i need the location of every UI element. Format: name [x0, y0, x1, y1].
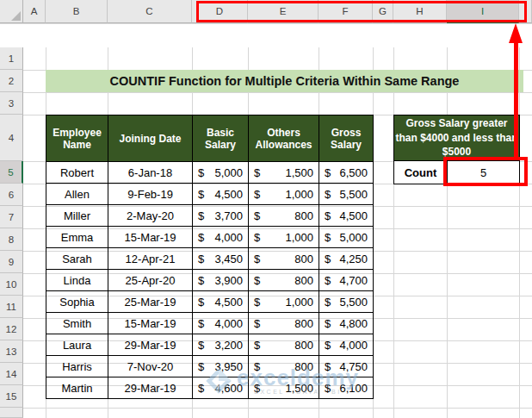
joining-date-cell[interactable]: 2-May-20: [108, 205, 193, 227]
row-header-4[interactable]: 4: [0, 115, 23, 161]
gross-salary-cell[interactable]: $4,250: [319, 248, 374, 270]
others-allowances-cell[interactable]: $800: [249, 313, 319, 334]
col-header-C[interactable]: C: [108, 0, 192, 23]
others-allowances-cell[interactable]: $1,500: [249, 162, 319, 184]
row-header-filler[interactable]: [0, 408, 23, 418]
joining-date-cell[interactable]: 25-Mar-19: [108, 291, 193, 313]
money-wrap: $4,000: [193, 313, 248, 334]
gross-salary-cell[interactable]: $6,100: [319, 377, 374, 399]
table-header-employee-name[interactable]: Employee Name: [46, 115, 108, 162]
basic-salary-cell[interactable]: $3,450: [193, 248, 249, 270]
employee-name-cell[interactable]: Sarah: [46, 248, 108, 270]
employee-name-cell[interactable]: Emma: [46, 227, 108, 248]
others-allowances-cell[interactable]: $1,000: [249, 184, 319, 205]
col-header-H[interactable]: H: [393, 0, 447, 23]
employee-name-cell[interactable]: Martin: [46, 377, 108, 399]
gross-salary-cell[interactable]: $5,500: [319, 184, 374, 205]
count-value-cell[interactable]: 5: [447, 160, 520, 184]
joining-date-cell[interactable]: 15-Mar-19: [108, 313, 193, 334]
basic-salary-cell[interactable]: $4,000: [193, 313, 249, 334]
basic-salary-cell[interactable]: $3,900: [193, 270, 249, 291]
row-header-10[interactable]: 10: [0, 273, 23, 296]
employee-name-cell[interactable]: Allen: [46, 184, 108, 205]
row-header-11[interactable]: 11: [0, 296, 23, 318]
employee-name-cell[interactable]: Smith: [46, 313, 108, 334]
joining-date-cell[interactable]: 15-Mar-19: [108, 227, 193, 248]
row-header-7[interactable]: 7: [0, 206, 23, 228]
gross-salary-cell[interactable]: $6,500: [319, 162, 374, 184]
basic-salary-cell[interactable]: $4,500: [193, 291, 249, 313]
basic-salary-cell[interactable]: $4,500: [193, 184, 249, 205]
col-header-D[interactable]: D: [192, 0, 248, 23]
joining-date-cell[interactable]: 29-Mar-19: [108, 334, 193, 356]
row-header-14[interactable]: 14: [0, 363, 23, 385]
row-header-2[interactable]: 2: [0, 70, 23, 92]
row-header-5[interactable]: 5: [0, 161, 23, 184]
gross-salary-cell[interactable]: $4,700: [319, 270, 374, 291]
currency-symbol: $: [198, 166, 204, 179]
row-header-8[interactable]: 8: [0, 228, 23, 251]
gross-salary-cell[interactable]: $4,800: [319, 313, 374, 334]
criteria-label-cell[interactable]: Gross Salary greater than $4000 and less…: [393, 115, 520, 161]
gross-salary-cell[interactable]: $4,000: [319, 334, 374, 356]
row-header-12[interactable]: 12: [0, 318, 23, 340]
row-header-6[interactable]: 6: [0, 184, 23, 206]
joining-date-cell[interactable]: 25-Apr-20: [108, 270, 193, 291]
col-header-F[interactable]: F: [319, 0, 373, 23]
gross-salary-cell[interactable]: $4,500: [319, 205, 374, 227]
row-header-15[interactable]: 15: [0, 385, 23, 408]
col-header-B[interactable]: B: [46, 0, 108, 23]
table-header-basic-salary[interactable]: Basic Salary: [193, 115, 249, 162]
others-allowances-cell[interactable]: $800: [249, 334, 319, 356]
employee-name-cell[interactable]: Harris: [46, 356, 108, 377]
money-wrap: $800: [249, 313, 319, 334]
employee-name-cell[interactable]: Laura: [46, 334, 108, 356]
table-header-others-allowances[interactable]: Others Allowances: [249, 115, 319, 162]
currency-symbol: $: [198, 317, 204, 330]
col-header-E[interactable]: E: [248, 0, 319, 23]
select-all-corner[interactable]: [0, 0, 23, 23]
amount-value: 5,000: [339, 231, 368, 244]
count-label-cell[interactable]: Count: [393, 160, 448, 184]
basic-salary-cell[interactable]: $5,000: [193, 162, 249, 184]
others-allowances-cell[interactable]: $800: [249, 205, 319, 227]
others-allowances-cell[interactable]: $800: [249, 356, 319, 377]
basic-salary-cell[interactable]: $3,950: [193, 356, 249, 377]
basic-salary-cell[interactable]: $4,000: [193, 227, 249, 248]
joining-date-cell[interactable]: 7-Nov-20: [108, 356, 193, 377]
employee-name-cell[interactable]: Linda: [46, 270, 108, 291]
currency-symbol: $: [254, 209, 260, 222]
others-allowances-cell[interactable]: $1,000: [249, 227, 319, 248]
others-allowances-cell[interactable]: $800: [249, 248, 319, 270]
employee-name-cell[interactable]: Miller: [46, 205, 108, 227]
gross-salary-cell[interactable]: $4,750: [319, 356, 374, 377]
row-header-3[interactable]: 3: [0, 92, 23, 115]
gross-salary-cell[interactable]: $5,500: [319, 291, 374, 313]
currency-symbol: $: [325, 317, 331, 330]
basic-salary-cell[interactable]: $4,600: [193, 377, 249, 399]
row-header-13[interactable]: 13: [0, 340, 23, 363]
col-header-filler[interactable]: [519, 0, 532, 23]
gross-salary-cell[interactable]: $5,000: [319, 227, 374, 248]
joining-date-cell[interactable]: 29-Mar-19: [108, 377, 193, 399]
basic-salary-cell[interactable]: $3,200: [193, 334, 249, 356]
others-allowances-cell[interactable]: $1,000: [249, 291, 319, 313]
table-header-joining-date[interactable]: Joining Date: [108, 115, 193, 162]
col-header-I[interactable]: I: [447, 0, 519, 23]
joining-date-cell[interactable]: 6-Jan-18: [108, 162, 193, 184]
amount-value: 4,700: [339, 274, 368, 287]
amount-value: 3,200: [214, 339, 243, 352]
col-header-A[interactable]: A: [23, 0, 46, 23]
amount-value: 800: [294, 360, 313, 373]
basic-salary-cell[interactable]: $3,700: [193, 205, 249, 227]
row-header-1[interactable]: 1: [0, 47, 23, 70]
row-header-9[interactable]: 9: [0, 251, 23, 273]
others-allowances-cell[interactable]: $1,500: [249, 377, 319, 399]
col-header-G[interactable]: G: [373, 0, 393, 23]
others-allowances-cell[interactable]: $800: [249, 270, 319, 291]
employee-name-cell[interactable]: Sophia: [46, 291, 108, 313]
table-header-gross-salary[interactable]: Gross Salary: [319, 115, 374, 162]
employee-name-cell[interactable]: Robert: [46, 162, 108, 184]
joining-date-cell[interactable]: 12-Apr-21: [108, 248, 193, 270]
joining-date-cell[interactable]: 9-Feb-19: [108, 184, 193, 205]
